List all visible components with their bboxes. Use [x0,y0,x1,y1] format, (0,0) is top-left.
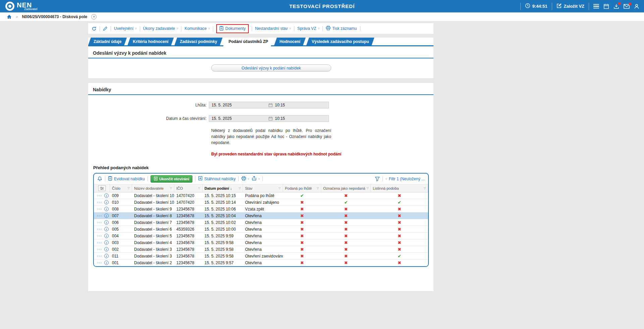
row-menu-icon[interactable]: ○○○ [97,255,102,257]
calendar-icon[interactable] [269,116,273,121]
table-row[interactable]: ○○○i007Dodavatel - školení 81234567815. … [94,213,428,219]
cell-late: ✖ [283,246,321,252]
row-menu-icon[interactable]: ○○○ [97,201,102,203]
table-row[interactable]: ○○○i003Dodavatel - školení 41234567815. … [94,239,428,246]
column-header[interactable]: Stav▽ [243,184,283,192]
deadline-label: Lhůta: [88,103,209,107]
stahnout-nabidky-button[interactable]: Stáhnout nabídky [198,176,235,182]
filter-caret-icon[interactable]: ▽ [239,187,241,190]
cell-ico: 12345678 [174,206,202,212]
info-icon[interactable]: i [104,207,109,211]
filter-caret-icon[interactable]: ▽ [279,187,281,190]
cell-paper-form: ✖ [371,213,428,219]
cell-paper-form: ✖ [371,260,428,266]
row-menu-icon[interactable]: ○○○ [97,235,102,237]
filter-caret-icon[interactable]: ▽ [366,187,368,190]
toolbar-item[interactable]: Komunikace▿ [184,26,210,31]
info-icon[interactable]: i [104,247,109,251]
tab[interactable]: Zadávací podmínky [174,38,222,45]
filter-caret-icon[interactable]: ▽ [170,187,172,190]
tab[interactable]: Hodnocení [274,38,306,45]
column-header[interactable]: Listinná podoba▽ [371,184,428,192]
toolbar-item[interactable]: Úkony zadavatele▿ [143,26,178,31]
column-header[interactable]: Datum podání ↓▽ [202,184,243,192]
table-row[interactable]: ○○○i004Dodavatel - školení 51234567815. … [94,233,428,239]
column-header[interactable]: Podaná po lhůtě▽ [283,184,321,192]
table-row[interactable]: ○○○i005Dodavatel - školení 64535932615. … [94,226,428,233]
info-icon[interactable]: i [104,234,109,238]
info-icon[interactable]: i [104,220,109,225]
create-vz-label: Založit VZ [564,4,584,9]
toolbar-item[interactable]: Uveřejnění▿ [114,26,137,31]
row-menu-icon[interactable]: ○○○ [97,221,102,224]
table-row[interactable]: ○○○i011Dodavatel - školení 31234567815. … [94,253,428,260]
row-menu-icon[interactable]: ○○○ [97,208,102,210]
calendar-icon[interactable] [269,103,273,107]
menu-icon[interactable] [593,4,599,9]
row-menu-icon[interactable]: ○○○ [97,215,102,217]
cell-supplier: Dodavatel - školení 5 [132,233,174,239]
row-menu-icon[interactable]: ○○○ [97,248,102,250]
export-table-button[interactable]: ▿ [252,176,260,182]
send-invitation-button[interactable]: Odeslání výzvy k podání nabídek [211,64,331,72]
messages-icon[interactable] [624,4,630,9]
tab[interactable]: Kritéria hodnocení [127,38,174,45]
cell-paper-form: ✖ [371,239,428,246]
cell-ico: 45359326 [174,226,202,232]
info-icon[interactable]: i [104,261,109,265]
toolbar-item[interactable]: Dokumenty [216,24,249,33]
cross-icon: ✖ [300,207,304,211]
toolbar-item[interactable]: Správa VZ▿ [297,26,319,31]
ukoncit-oteviranie-button[interactable]: Ukončit otevírání [151,175,192,183]
evidovat-nabidku-button[interactable]: Evidovat nabídku [108,176,145,182]
printer-icon [241,176,246,182]
info-icon[interactable]: i [104,200,109,204]
print-table-button[interactable]: ▿ [241,176,249,182]
row-menu-icon[interactable]: ○○○ [97,194,102,197]
user-icon[interactable] [634,4,639,9]
table-row[interactable]: ○○○i008Dodavatel - školení 91234567815. … [94,206,428,213]
column-settings-button[interactable] [94,184,110,192]
column-header[interactable]: Název dodavatele▽ [132,184,174,192]
tab[interactable]: Výsledek zadávacího postupu [306,38,374,45]
info-icon[interactable]: i [104,227,109,231]
toolbar-item[interactable]: Tisk záznamu [326,26,357,31]
bell-icon[interactable] [97,176,102,181]
close-record-icon[interactable]: ✕ [91,14,97,19]
table-row[interactable]: ○○○i009Dodavatel - školení 101470742015.… [94,192,428,199]
downloads-icon[interactable] [613,4,619,9]
filter-caret-icon[interactable]: ▽ [424,187,426,190]
filter-caret-icon[interactable]: ▽ [317,187,319,190]
row-menu-icon[interactable]: ○○○ [97,241,102,244]
row-menu-icon[interactable]: ○○○ [97,262,102,264]
edit-record-icon[interactable] [103,26,108,31]
info-icon[interactable]: i [104,240,109,245]
column-header[interactable]: Číslo▽ [110,184,132,192]
tab[interactable]: Podání účastníků ZP [223,38,274,46]
toolbar-item[interactable]: Nestandardní stav▿ [255,26,291,31]
column-label: Stav [245,186,252,190]
filter-caret-icon[interactable]: ▽ [128,187,130,190]
info-icon[interactable]: i [104,193,109,198]
table-row[interactable]: ○○○i001Dodavatel - školení 21234567815. … [94,260,428,266]
info-icon[interactable]: i [104,254,109,258]
home-icon[interactable] [7,14,12,19]
tab[interactable]: Základní údaje [88,38,127,45]
opening-date-value: 15. 5. 2025 [212,116,269,121]
table-row[interactable]: ○○○i006Dodavatel - školení 71234567815. … [94,219,428,226]
info-icon[interactable]: i [104,214,109,218]
cell-status: Otevření zaevidováno [243,253,283,259]
refresh-icon[interactable] [92,26,97,31]
filter-selector[interactable]: ▿ Filtr 1 (Neuložený ... [386,177,425,181]
table-row[interactable]: ○○○i010Dodavatel - školení 101470742015.… [94,199,428,206]
opening-field[interactable]: 15. 5. 2025 10:15 [209,115,329,122]
calendar-icon[interactable] [603,4,609,9]
row-menu-icon[interactable]: ○○○ [97,228,102,230]
create-vz-button[interactable]: Založit VZ [557,3,584,9]
filter-funnel-icon[interactable] [375,177,380,181]
filter-caret-icon[interactable]: ▽ [198,187,200,190]
column-header[interactable]: IČO▽ [174,184,202,192]
deadline-field[interactable]: 15. 5. 2025 10:15 [209,102,329,108]
column-header[interactable]: Označena jako nepodaná▽ [321,184,371,192]
table-row[interactable]: ○○○i002Dodavatel - školení 31234567815. … [94,246,428,253]
